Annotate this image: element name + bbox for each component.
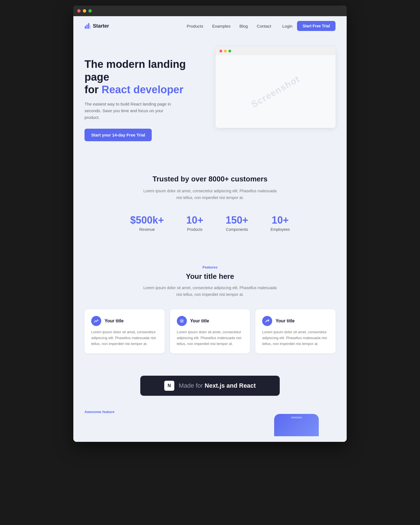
features-title: Your title here (85, 272, 335, 281)
nextjs-icon: N (164, 381, 174, 391)
feature-card-3-title: Your title (276, 318, 295, 323)
awesome-feature-tag: Awesome feature (85, 410, 335, 414)
phone-notch (291, 417, 302, 418)
features-section: Features Your title here Lorem ipsum dol… (73, 248, 347, 370)
nextjs-banner: N Made for Next.js and React (73, 370, 347, 407)
feature-cards: Your title Lorem ipsum dolor sit amet, c… (85, 309, 335, 353)
feature-card-1-header: Your title (91, 316, 158, 326)
stat-revenue-label: Revenue (130, 227, 164, 232)
logo-icon (85, 23, 91, 29)
stat-employees-label: Employees (271, 227, 290, 232)
navbar: Starter Products Examples Blog Contact L… (73, 16, 347, 36)
svg-line-11 (183, 320, 183, 320)
stat-products: 10+ Products (186, 214, 203, 232)
stat-employees-value: 10+ (271, 214, 290, 226)
feature-card-3: Your title Lorem ipsum dolor sit amet, c… (255, 309, 335, 353)
stat-revenue: $500k+ Revenue (130, 214, 164, 232)
stat-revenue-value: $500k+ (130, 214, 164, 226)
screenshot-placeholder: Screenshot (250, 73, 302, 109)
stat-components: 150+ Components (226, 214, 248, 232)
titlebar (73, 6, 347, 16)
feature-1-icon (91, 316, 101, 326)
stat-products-value: 10+ (186, 214, 203, 226)
features-tag: Features (85, 265, 335, 269)
hero-title: The modern landing page for React develo… (85, 58, 204, 96)
maximize-button[interactable] (88, 9, 92, 13)
svg-line-12 (180, 322, 181, 322)
browser-content: Screenshot (216, 55, 335, 128)
stat-components-value: 150+ (226, 214, 248, 226)
features-description: Lorem ipsum dolor sit amet, consectetur … (140, 285, 280, 298)
feature-3-icon (262, 316, 272, 326)
start-free-trial-button[interactable]: Start Free Trial (297, 21, 335, 31)
stat-components-label: Components (226, 227, 248, 232)
nav-blog[interactable]: Blog (240, 24, 248, 28)
feature-card-1: Your title Lorem ipsum dolor sit amet, c… (85, 309, 165, 353)
feature-card-2-desc: Lorem ipsum dolor sit amet, consectetur … (177, 329, 243, 347)
feature-card-1-desc: Lorem ipsum dolor sit amet, consectetur … (91, 329, 158, 347)
trusted-title: Trusted by over 8000+ customers (85, 175, 335, 183)
svg-rect-3 (90, 25, 90, 29)
browser-expand-dot (228, 50, 231, 52)
browser-mockup: Screenshot (216, 47, 335, 128)
nextjs-pill: N Made for Next.js and React (140, 376, 280, 396)
logo[interactable]: Starter (85, 23, 109, 29)
svg-line-9 (180, 320, 181, 320)
stat-employees: 10+ Employees (271, 214, 290, 232)
trusted-section: Trusted by over 8000+ customers Lorem ip… (73, 158, 347, 249)
phone-mockup (274, 414, 319, 436)
awesome-feature-section: Awesome feature (73, 407, 347, 442)
svg-rect-1 (86, 25, 88, 29)
feature-card-2-title: Your title (190, 318, 209, 323)
minimize-button[interactable] (83, 9, 86, 13)
hero-description: The easiest way to build React landing p… (85, 101, 179, 121)
hero-right: Screenshot (216, 47, 335, 128)
stat-products-label: Products (186, 227, 203, 232)
hero-section: The modern landing page for React develo… (73, 36, 347, 158)
browser-close-dot (219, 50, 222, 52)
nav-products[interactable]: Products (187, 24, 203, 28)
hero-left: The modern landing page for React develo… (85, 47, 204, 141)
app-window: Starter Products Examples Blog Contact L… (73, 6, 347, 442)
phone-preview (85, 414, 335, 436)
feature-card-2-header: Your title (177, 316, 243, 326)
feature-card-2: Your title Lorem ipsum dolor sit amet, c… (170, 309, 250, 353)
svg-line-10 (183, 322, 183, 322)
login-link[interactable]: Login (282, 24, 293, 28)
svg-rect-2 (88, 23, 89, 29)
nav-examples[interactable]: Examples (212, 24, 231, 28)
feature-card-1-title: Your title (105, 318, 124, 323)
logo-text: Starter (93, 23, 109, 29)
svg-rect-0 (85, 26, 86, 29)
browser-bar (216, 47, 335, 55)
hero-cta-button[interactable]: Start your 14-day Free Trial (85, 129, 152, 141)
feature-card-3-desc: Lorem ipsum dolor sit amet, consectetur … (262, 329, 329, 347)
nav-links: Products Examples Blog Contact (187, 24, 271, 28)
nav-contact[interactable]: Contact (257, 24, 271, 28)
svg-point-4 (181, 320, 183, 322)
trusted-description: Lorem ipsum dolor sit amet, consectetur … (140, 188, 280, 201)
browser-minimize-dot (224, 50, 227, 52)
feature-card-3-header: Your title (262, 316, 329, 326)
nextjs-text: Made for Next.js and React (179, 382, 256, 389)
stats-grid: $500k+ Revenue 10+ Products 150+ Compone… (85, 214, 335, 232)
close-button[interactable] (77, 9, 81, 13)
feature-2-icon (177, 316, 187, 326)
